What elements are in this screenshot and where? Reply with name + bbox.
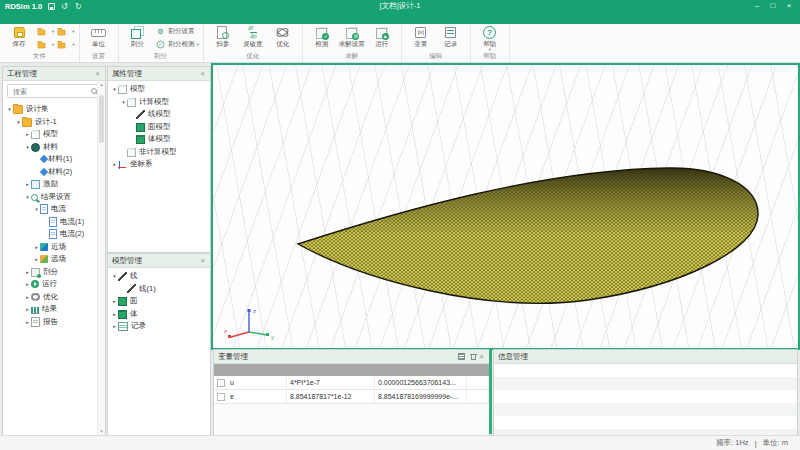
delete-variable-icon[interactable]	[469, 352, 478, 361]
caret-icon[interactable]: ▸	[111, 311, 118, 317]
close-button[interactable]: ×	[782, 0, 796, 12]
tree-item[interactable]: ▸ 报告	[3, 316, 105, 329]
tree-item[interactable]: 电流(1)	[3, 216, 105, 229]
ribbon-button[interactable]: 保存	[4, 25, 34, 51]
caret-icon[interactable]: ▸	[24, 294, 31, 300]
ribbon-button[interactable]: 优化	[268, 25, 298, 51]
ribbon-button[interactable]: 变量	[406, 25, 436, 51]
caret-icon[interactable]: ▾	[6, 106, 13, 112]
add-variable-icon[interactable]	[457, 352, 466, 361]
row-checkbox[interactable]	[214, 393, 227, 401]
ribbon-button[interactable]: 求解设置	[337, 25, 367, 51]
tree-item[interactable]: 非计算模型	[108, 146, 210, 159]
caret-icon[interactable]: ▸	[24, 319, 31, 325]
caret-icon[interactable]: ▾	[24, 144, 31, 150]
scroll-up-icon[interactable]: ▴	[98, 81, 105, 88]
scrollbar-thumb[interactable]	[99, 95, 104, 143]
ribbon-button[interactable]: 剖分	[123, 25, 153, 51]
tree-item[interactable]: ▸ 近场	[3, 241, 105, 254]
caret-icon[interactable]: ▸	[111, 298, 118, 304]
close-icon[interactable]: ×	[199, 254, 206, 267]
caret-icon[interactable]: ▾	[24, 194, 31, 200]
caret-icon[interactable]: ▸	[24, 131, 31, 137]
caret-icon[interactable]: ▸	[33, 256, 40, 262]
caret-icon[interactable]: ▸	[24, 281, 31, 287]
tree-item[interactable]: ▾ 线	[108, 270, 210, 283]
caret-icon[interactable]: ▾	[33, 206, 40, 212]
ribbon-tab[interactable]	[94, 12, 112, 24]
tree-item[interactable]: 线(1)	[108, 283, 210, 296]
maximize-button[interactable]: □	[766, 0, 780, 12]
caret-icon[interactable]: ▸	[33, 244, 40, 250]
caret-icon[interactable]: ▸	[24, 269, 31, 275]
ribbon-tab[interactable]	[76, 12, 94, 24]
tree-item[interactable]: 电流(2)	[3, 228, 105, 241]
scroll-down-icon[interactable]: ▾	[98, 428, 105, 435]
ribbon-tab[interactable]	[4, 12, 22, 24]
tree-item-label: 模型	[130, 84, 145, 94]
tree-item[interactable]: ▸ 激励	[3, 178, 105, 191]
ribbon-button[interactable]: 剖分检测 ▾	[153, 38, 199, 51]
ribbon-tab[interactable]	[22, 12, 40, 24]
row-checkbox[interactable]	[214, 379, 227, 387]
tree-item[interactable]: 材料(2)	[3, 166, 105, 179]
caret-icon[interactable]: ▾	[111, 273, 118, 279]
tree-item[interactable]: 线模型	[108, 108, 210, 121]
caret-icon[interactable]: ▸	[24, 306, 31, 312]
table-row[interactable]: e 8.854187817*1e-12 8.8541878169999999e-…	[214, 390, 489, 404]
tree-item[interactable]: ▸ 记录	[108, 320, 210, 333]
caret-icon[interactable]: ▸	[111, 161, 118, 167]
tree-item[interactable]: 材料(1)	[3, 153, 105, 166]
save-icon[interactable]	[47, 2, 56, 11]
ribbon-button[interactable]: 单位	[84, 25, 114, 51]
close-icon[interactable]: ×	[199, 67, 206, 80]
close-icon[interactable]: ×	[478, 350, 485, 363]
ribbon-button[interactable]: 帮助 ▾	[475, 25, 505, 51]
viewport-3d[interactable]: x y z	[211, 63, 800, 350]
search-input[interactable]	[11, 87, 91, 96]
undo-icon[interactable]	[61, 2, 70, 11]
caret-icon[interactable]: ▸	[24, 181, 31, 187]
ribbon-button[interactable]: 检测	[307, 25, 337, 51]
redo-icon[interactable]	[75, 2, 84, 11]
tree-item[interactable]: ▾ 结果设置	[3, 191, 105, 204]
ribbon-button[interactable]: 剖分设置	[153, 25, 199, 38]
ribbon-tab[interactable]	[58, 12, 76, 24]
caret-icon[interactable]: ▾	[111, 86, 118, 92]
caret-icon[interactable]: ▾	[120, 99, 127, 105]
ribbon-tab[interactable]	[40, 12, 58, 24]
ribbon-button[interactable]: ▾	[34, 25, 54, 38]
ribbon-button[interactable]: 扫参	[208, 25, 238, 51]
caret-icon[interactable]: ▸	[111, 323, 118, 329]
minimize-button[interactable]: –	[750, 0, 764, 12]
tree-item[interactable]: ▾ 计算模型	[108, 96, 210, 109]
tree-item[interactable]: 体模型	[108, 133, 210, 146]
tree-item[interactable]: ▸ 结果	[3, 303, 105, 316]
tree-item[interactable]: 面模型	[108, 121, 210, 134]
tree-item[interactable]: ▾ 设计-1	[3, 116, 105, 129]
caret-icon[interactable]: ▾	[15, 119, 22, 125]
panel-splitter[interactable]	[489, 349, 492, 434]
tree-item[interactable]: ▾ 设计集	[3, 103, 105, 116]
tree-item[interactable]: ▸ 模型	[3, 128, 105, 141]
tree-item[interactable]: ▾ 材料	[3, 141, 105, 154]
ribbon-button[interactable]: ▾	[54, 38, 74, 51]
airfoil-mesh-model[interactable]	[213, 65, 798, 348]
ribbon-button[interactable]: ▾	[54, 25, 74, 38]
close-icon[interactable]: ×	[94, 67, 101, 80]
tree-item[interactable]: ▸ 运行	[3, 278, 105, 291]
tree-item[interactable]: ▸ 坐标系	[108, 158, 210, 171]
tree-item[interactable]: ▸ 剖分	[3, 266, 105, 279]
ribbon-button[interactable]: ▾	[34, 38, 54, 51]
tree-item[interactable]: ▸ 优化	[3, 291, 105, 304]
tree-item[interactable]: ▾ 模型	[108, 83, 210, 96]
ribbon-button[interactable]: 灵敏度	[238, 25, 268, 51]
ribbon-button[interactable]: 记录	[436, 25, 466, 51]
tree-item[interactable]: ▸ 体	[108, 308, 210, 321]
ribbon-button[interactable]: 运行	[367, 25, 397, 51]
tree-item[interactable]: ▸ 面	[108, 295, 210, 308]
table-row[interactable]: u 4*PI*1e-7 0.00000125663706143...	[214, 376, 489, 390]
tree-item[interactable]: ▸ 远场	[3, 253, 105, 266]
tree-item[interactable]: ▾ 电流	[3, 203, 105, 216]
scrollbar[interactable]: ▴ ▾	[97, 81, 105, 435]
